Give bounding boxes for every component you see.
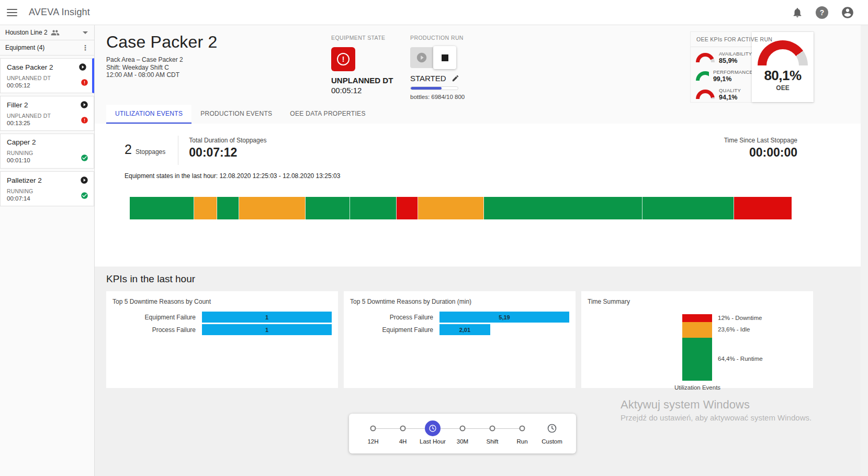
run-active-play-icon	[80, 176, 88, 184]
run-active-play-icon	[78, 63, 87, 71]
timeline-segment-runtime[interactable]	[484, 197, 643, 219]
time-summary-label: 12% - Downtime	[718, 315, 762, 321]
time-summary-label: 23,6% - Idle	[718, 326, 750, 333]
time-option-4h[interactable]: 4H	[388, 414, 418, 445]
oee-kpi-list: AVAILABILITY85,9%PERFORMANCE99,1%QUALITY…	[691, 47, 753, 105]
timeline-segment-runtime[interactable]	[306, 197, 350, 219]
subtitle-line: Shift: Weekday Shift C	[106, 64, 217, 72]
kpi-gauge	[696, 90, 715, 99]
equipment-duration: 00:13:25	[7, 120, 88, 126]
subtitle-line: Pack Area – Case Packer 2	[106, 56, 217, 64]
error-status-icon	[81, 79, 88, 86]
tab-utilization-events[interactable]: UTILIZATION EVENTS	[106, 105, 191, 124]
timeline-segment-downtime[interactable]	[734, 197, 792, 219]
account-icon[interactable]	[841, 6, 854, 19]
equipment-name: Case Packer 2	[7, 63, 53, 71]
time-since-value: 00:00:00	[724, 146, 797, 160]
kpi-card-time-summary: Time Summary12% - Downtime23,6% - Idle64…	[581, 291, 813, 388]
notifications-bell-icon[interactable]	[792, 7, 803, 18]
watermark-line2: Przejdź do ustawień, aby aktywować syste…	[621, 413, 811, 422]
equipment-state-duration: 00:05:12	[331, 86, 393, 95]
time-summary-segment-runtime[interactable]	[682, 338, 712, 381]
kpi-label: QUALITY	[719, 87, 741, 93]
time-option-last-hour[interactable]: Last Hour	[418, 414, 447, 445]
time-summary-segment-idle[interactable]	[682, 322, 712, 338]
kpi-bar-row: Process Failure1	[112, 324, 332, 335]
time-option-30m[interactable]: 30M	[448, 414, 477, 445]
time-option-run[interactable]: Run	[508, 414, 537, 445]
time-summary-stack	[682, 314, 712, 381]
more-options-icon[interactable]: ⋮	[82, 43, 89, 52]
stoppage-count: 2 Stoppages	[125, 136, 165, 157]
tab-production-events[interactable]: PRODUCTION EVENTS	[191, 105, 281, 124]
timeline-segment-idle[interactable]	[194, 197, 217, 219]
tab-oee-data-properties[interactable]: OEE DATA PROPERTIES	[281, 105, 374, 124]
equipment-card-capper-2[interactable]: Capper 2RUNNING00:01:10	[0, 134, 94, 169]
time-option-label: Custom	[542, 438, 562, 445]
clock-icon	[429, 424, 437, 433]
chevron-down-icon[interactable]	[83, 31, 88, 34]
kpi-bar[interactable]: 2,01	[439, 324, 490, 335]
edit-pencil-icon[interactable]	[452, 74, 459, 82]
people-icon	[51, 28, 60, 37]
stoppage-total-value: 00:07:12	[189, 146, 266, 160]
timeline-segment-runtime[interactable]	[350, 197, 397, 219]
timeline-segment-runtime[interactable]	[217, 197, 239, 219]
equipment-state-section-label: EQUIPMENT STATE	[331, 35, 393, 41]
equipment-card-case-packer-2[interactable]: Case Packer 2UNPLANNED DT00:05:12	[0, 58, 94, 93]
kpi-bar-value: 1	[265, 327, 268, 333]
tab-bar: UTILIZATION EVENTSPRODUCTION EVENTSOEE D…	[95, 105, 861, 124]
run-status: STARTED	[410, 74, 446, 83]
kpi-card-top-5-downtime-reasons-by-duration-min-: Top 5 Downtime Reasons by Duration (min)…	[344, 291, 576, 388]
timeline-segment-runtime[interactable]	[130, 197, 194, 219]
kpi-bar-row: Equipment Failure2,01	[350, 324, 569, 335]
sidebar: Houston Line 2 Equipment (4) ⋮ Case Pack…	[0, 25, 95, 476]
time-option-custom[interactable]: Custom	[537, 414, 567, 445]
error-status-icon	[81, 116, 88, 124]
timeline-segment-downtime[interactable]	[397, 197, 419, 219]
equipment-section-header: Equipment (4) ⋮	[0, 40, 94, 56]
time-option-12h[interactable]: 12H	[358, 414, 388, 445]
kpi-value: 85,9%	[719, 57, 752, 64]
time-option-label: 12H	[367, 438, 378, 445]
oee-gauge	[758, 40, 808, 65]
time-dot[interactable]	[370, 426, 376, 431]
time-option-label: 4H	[399, 438, 407, 445]
time-dot[interactable]	[520, 426, 525, 431]
time-option-shift[interactable]: Shift	[478, 414, 507, 445]
kpi-bar[interactable]: 1	[202, 312, 332, 323]
oee-gauge-card: 80,1% OEE	[752, 32, 814, 102]
stoppage-count-value: 2	[125, 142, 132, 157]
windows-activation-watermark: Aktywuj system Windows Przejdź do ustawi…	[621, 398, 811, 422]
production-run-section-label: PRODUCTION RUN	[410, 35, 465, 41]
custom-clock-icon[interactable]	[546, 423, 558, 434]
run-start-button[interactable]	[410, 47, 433, 68]
timeline-segment-idle[interactable]	[418, 197, 483, 219]
selected-time-dot[interactable]	[425, 420, 441, 436]
time-since-last-stoppage: Time Since Last Stoppage 00:00:00	[724, 136, 797, 160]
time-dot[interactable]	[490, 426, 495, 431]
help-icon[interactable]: ?	[816, 6, 828, 19]
kpi-gauge	[696, 71, 709, 81]
time-dot[interactable]	[460, 426, 466, 431]
time-dot[interactable]	[400, 426, 406, 431]
equipment-list: Case Packer 2UNPLANNED DT00:05:12Filler …	[0, 56, 94, 206]
app-title: AVEVA Insight	[29, 7, 90, 18]
time-since-label: Time Since Last Stoppage	[724, 136, 797, 144]
run-progress-label: bottles: 6984/10 800	[410, 94, 465, 100]
equipment-card-filler-2[interactable]: Filler 2UNPLANNED DT00:13:25	[0, 96, 94, 131]
kpi-label: PERFORMANCE	[713, 69, 753, 75]
equipment-states-timeline[interactable]	[130, 197, 792, 219]
timeline-segment-idle[interactable]	[239, 197, 306, 219]
divider	[178, 136, 178, 165]
menu-icon[interactable]	[7, 9, 17, 16]
time-summary-segment-downtime[interactable]	[682, 314, 712, 322]
run-stop-button[interactable]	[433, 46, 456, 69]
line-selector[interactable]: Houston Line 2	[0, 25, 94, 40]
kpi-card-title: Top 5 Downtime Reasons by Count	[112, 298, 332, 305]
kpi-bar[interactable]: 5,19	[439, 312, 569, 323]
timeline-segment-runtime[interactable]	[642, 197, 734, 219]
equipment-card-palletizer-2[interactable]: Palletizer 2RUNNING00:07:14	[0, 171, 94, 206]
time-summary-label: 64,4% - Runtime	[718, 356, 763, 362]
kpi-bar[interactable]: 1	[202, 324, 332, 335]
